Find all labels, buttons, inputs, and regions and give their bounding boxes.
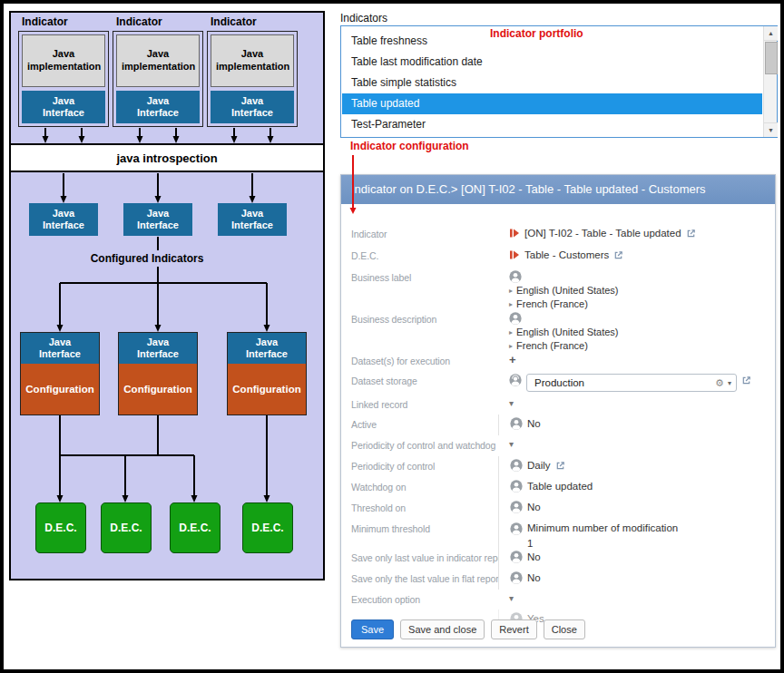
scrollbar[interactable]: ▲ ▼ (763, 26, 777, 137)
indicator-group-title: Indicator (116, 15, 162, 28)
indicator-group: Java implementation Java Interface (18, 31, 109, 127)
field-text: No (527, 501, 541, 514)
user-icon[interactable] (509, 312, 522, 325)
field-text: No (527, 417, 541, 431)
user-icon[interactable] (509, 270, 522, 283)
listbox-items: Table freshness Table last modification … (342, 27, 762, 136)
section-toggle[interactable]: ▾ (498, 435, 775, 456)
configuration-box: Configuration (228, 364, 306, 415)
field-text: No (527, 551, 541, 564)
external-link-icon[interactable] (741, 374, 751, 385)
form-section-row: Periodicity of control and watchdog ▾ (341, 435, 775, 456)
expand-triangle-icon[interactable]: ▸ (509, 327, 513, 338)
gear-icon[interactable]: ⚙ (715, 375, 724, 391)
form-section-row: Execution option ▾ (341, 590, 775, 610)
close-button[interactable]: Close (544, 619, 585, 639)
field-label: Periodicity of control (341, 456, 498, 477)
indicator-group-title: Indicator (22, 15, 68, 28)
combobox-value: Production (534, 377, 715, 388)
java-interface-box: Java Interface (22, 91, 105, 123)
language-line: ▸English (United States) (509, 285, 619, 297)
field-value: No (498, 415, 775, 435)
field-value: No (498, 569, 775, 590)
section-chevron-icon[interactable]: ▾ (509, 397, 514, 410)
form-row: Minimum threshold Minimum number of modi… (341, 519, 775, 548)
field-text: Minimum number of modification (527, 522, 678, 535)
form-row: Business description ▸English (United St… (341, 309, 775, 351)
configured-indicator-group: Java Interface Configuration (20, 332, 100, 415)
configured-indicator-group: Java Interface Configuration (118, 332, 198, 415)
java-interface-box: Java Interface (211, 91, 294, 123)
section-label: Linked record (341, 395, 498, 415)
screenshot-root: Indicator Indicator Indicator Java imple… (0, 0, 784, 673)
language-item: English (United States) (516, 285, 619, 297)
architecture-diagram: Indicator Indicator Indicator Java imple… (9, 11, 325, 580)
field-label: Watchdog on (341, 477, 498, 498)
list-item[interactable]: Test-Parameter (342, 114, 762, 135)
list-item[interactable]: Table last modification date (342, 52, 762, 73)
java-implementation-box: Java implementation (211, 34, 294, 87)
form-row: Periodicity of control Daily (341, 456, 775, 477)
user-icon[interactable] (510, 501, 523, 513)
form-section-row: Linked record ▾ (341, 395, 775, 415)
field-label: Threshold on (341, 498, 498, 519)
external-link-icon[interactable] (613, 249, 623, 260)
java-interface-box: Java Interface (21, 333, 99, 364)
user-icon[interactable] (510, 571, 523, 584)
form-row: Dataset(s) for execution + (341, 351, 775, 371)
field-label: Save only last value in indicator report… (341, 548, 498, 569)
indicator-group-title: Indicator (211, 15, 257, 28)
section-chevron-icon[interactable]: ▾ (509, 438, 514, 451)
record-icon (509, 227, 520, 239)
save-button[interactable]: Save (351, 619, 394, 639)
field-label: Indicator (341, 224, 498, 246)
java-interface-box: Java Interface (123, 203, 192, 236)
user-icon[interactable] (510, 459, 523, 472)
record-link[interactable]: Daily (527, 459, 551, 473)
field-label: D.E.C. (341, 246, 498, 268)
dec-box: D.E.C. (170, 502, 220, 553)
field-value: ▸English (United States) ▸French (France… (498, 309, 775, 351)
record-link[interactable]: Table - Customers (524, 249, 609, 262)
expand-triangle-icon[interactable]: ▸ (509, 285, 513, 297)
list-item[interactable]: Table simple statistics (342, 73, 762, 93)
section-toggle[interactable]: ▾ (498, 395, 775, 415)
form-row: Business label ▸English (United States) … (341, 268, 775, 309)
field-value: + (498, 351, 775, 371)
configuration-box: Configuration (21, 364, 99, 415)
add-dataset-icon[interactable]: + (509, 354, 516, 366)
user-icon[interactable] (510, 417, 523, 430)
form-row: D.E.C. Table - Customers (341, 246, 775, 268)
java-implementation-box: Java implementation (22, 34, 105, 87)
section-toggle[interactable]: ▾ (498, 590, 775, 610)
external-link-icon[interactable] (686, 227, 696, 239)
language-line: ▸English (United States) (509, 327, 619, 338)
scroll-down-button[interactable]: ▼ (764, 122, 778, 137)
chevron-down-icon[interactable]: ▾ (728, 379, 731, 387)
headset-user-icon[interactable] (509, 374, 522, 386)
user-icon[interactable] (510, 551, 523, 563)
field-value: No (498, 548, 775, 569)
configured-indicators-label: Configured Indicators (47, 250, 247, 267)
scroll-up-button[interactable]: ▲ (764, 26, 778, 41)
revert-button[interactable]: Revert (491, 619, 536, 639)
field-value: ▸English (United States) ▸French (France… (498, 268, 775, 309)
save-and-close-button[interactable]: Save and close (400, 619, 485, 639)
field-value: Table - Customers (498, 246, 775, 268)
field-value: Production ⚙ ▾ (498, 371, 775, 395)
field-label: Business description (341, 309, 498, 351)
user-icon[interactable] (510, 522, 523, 535)
user-icon[interactable] (510, 480, 523, 493)
dataset-storage-combobox[interactable]: Production ⚙ ▾ (526, 374, 737, 392)
panel-header: Indicator on D.E.C.> [ON] T-I02 - Table … (341, 175, 775, 204)
scrollbar-thumb[interactable] (765, 42, 778, 74)
list-item-selected[interactable]: Table updated (342, 93, 762, 114)
record-link[interactable]: [ON] T-I02 - Table - Table updated (524, 227, 681, 240)
form-row: Watchdog on Table updated (341, 477, 775, 498)
external-link-icon[interactable] (555, 459, 565, 471)
form-row: Save only the last value in flat reporti… (341, 569, 775, 590)
form-row: Dataset storage Production ⚙ ▾ (341, 371, 775, 395)
dec-box: D.E.C. (242, 502, 293, 553)
field-label: Save only the last value in flat reporti… (341, 569, 498, 590)
section-chevron-icon[interactable]: ▾ (509, 592, 514, 605)
